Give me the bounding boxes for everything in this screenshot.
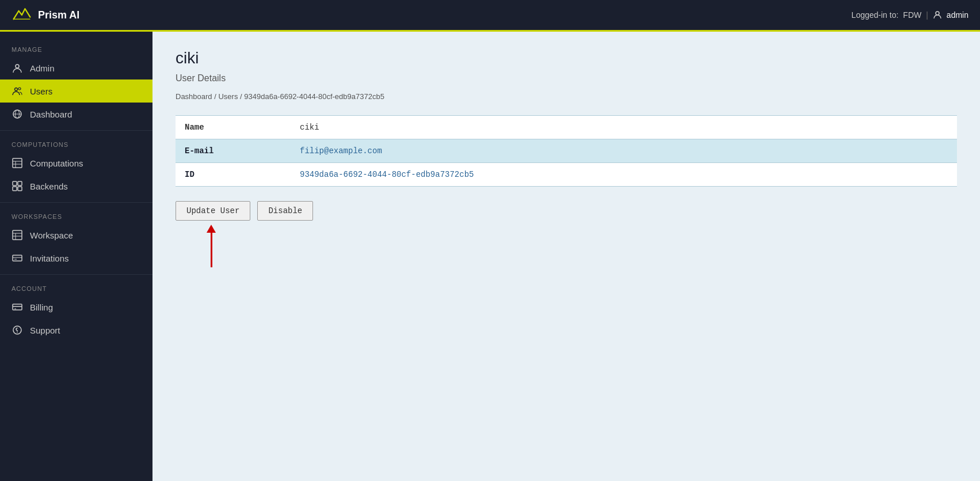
- table-icon: [12, 157, 23, 169]
- svg-rect-13: [18, 181, 22, 185]
- sidebar-section-workspaces: WORKSPACES: [0, 207, 152, 224]
- globe-icon: [12, 108, 23, 120]
- table-row-name: Name ciki: [176, 116, 957, 139]
- sidebar-item-users[interactable]: Users: [0, 79, 152, 103]
- main-content: ciki User Details Dashboard / Users / 93…: [152, 32, 980, 481]
- users-icon: [12, 85, 23, 97]
- sidebar: MANAGE Admin Users: [0, 32, 152, 481]
- billing-icon: [12, 301, 23, 313]
- divider-3: [0, 274, 152, 275]
- disable-button[interactable]: Disable: [257, 201, 313, 221]
- svg-point-2: [16, 65, 19, 68]
- svg-rect-15: [18, 187, 22, 191]
- sidebar-item-backends[interactable]: Backends: [0, 175, 152, 198]
- table-cell-name-value: ciki: [291, 116, 957, 139]
- sidebar-item-support[interactable]: Support: [0, 319, 152, 342]
- arrow-line: [211, 233, 212, 267]
- sidebar-item-invitations[interactable]: Invitations: [0, 247, 152, 270]
- svg-point-27: [17, 332, 18, 333]
- sidebar-item-dashboard[interactable]: Dashboard: [0, 103, 152, 126]
- breadcrumb-users[interactable]: Users: [218, 92, 238, 101]
- svg-point-3: [15, 88, 18, 91]
- sidebar-item-dashboard-label: Dashboard: [30, 109, 72, 119]
- action-buttons: Update User Disable: [176, 201, 957, 221]
- svg-rect-12: [13, 181, 17, 185]
- page-title: ciki: [176, 49, 957, 67]
- update-user-button[interactable]: Update User: [176, 201, 250, 221]
- table-row-email: E-mail filip@example.com: [176, 139, 957, 163]
- topbar-user-info: Logged-in to: FDW | admin: [852, 10, 968, 20]
- sidebar-section-computations: COMPUTATIONS: [0, 135, 152, 152]
- sidebar-item-computations[interactable]: Computations: [0, 152, 152, 175]
- brand-name: Prism AI: [38, 9, 79, 21]
- workspace-name: FDW: [903, 10, 921, 20]
- arrow-head: [207, 225, 216, 233]
- breadcrumb: Dashboard / Users / 9349da6a-6692-4044-8…: [176, 92, 957, 101]
- svg-point-4: [18, 88, 21, 90]
- brand-logo: Prism AI: [12, 5, 79, 25]
- breadcrumb-dashboard[interactable]: Dashboard: [176, 92, 212, 101]
- arrow-annotation: [207, 225, 216, 267]
- svg-point-26: [13, 326, 21, 334]
- page-subtitle: User Details: [176, 73, 957, 84]
- table-cell-id-value: 9349da6a-6692-4044-80cf-edb9a7372cb5: [291, 163, 957, 187]
- user-icon: [933, 10, 942, 20]
- sidebar-item-backends-label: Backends: [30, 181, 68, 191]
- workspace-icon: [12, 229, 23, 241]
- sidebar-item-workspace-label: Workspace: [30, 230, 73, 240]
- sidebar-item-invitations-label: Invitations: [30, 253, 69, 263]
- sidebar-section-manage: MANAGE: [0, 40, 152, 56]
- table-row-id: ID 9349da6a-6692-4044-80cf-edb9a7372cb5: [176, 163, 957, 187]
- sidebar-item-support-label: Support: [30, 325, 60, 335]
- svg-rect-14: [13, 187, 17, 191]
- topbar: Prism AI Logged-in to: FDW | admin: [0, 0, 980, 32]
- svg-rect-8: [13, 158, 22, 168]
- sidebar-item-billing-label: Billing: [30, 302, 53, 312]
- divider-2: [0, 202, 152, 203]
- main-layout: MANAGE Admin Users: [0, 32, 980, 481]
- sidebar-item-billing[interactable]: Billing: [0, 296, 152, 319]
- table-cell-id-label: ID: [176, 163, 291, 187]
- username: admin: [947, 10, 968, 20]
- breadcrumb-user-id: 9349da6a-6692-4044-80cf-edb9a7372cb5: [244, 92, 384, 101]
- logged-in-label: Logged-in to:: [852, 10, 899, 20]
- svg-rect-23: [13, 304, 22, 310]
- divider-1: [0, 130, 152, 131]
- sidebar-item-admin-label: Admin: [30, 63, 55, 73]
- svg-point-1: [936, 12, 939, 15]
- person-icon: [12, 62, 23, 74]
- sidebar-item-users-label: Users: [30, 86, 52, 96]
- user-details-table: Name ciki E-mail filip@example.com ID 93…: [176, 115, 957, 187]
- table-cell-name-label: Name: [176, 116, 291, 139]
- support-icon: [12, 324, 23, 336]
- svg-rect-16: [13, 230, 22, 240]
- table-cell-email-value: filip@example.com: [291, 139, 957, 163]
- sidebar-item-admin[interactable]: Admin: [0, 56, 152, 79]
- card-icon: [12, 252, 23, 264]
- sidebar-item-computations-label: Computations: [30, 158, 83, 168]
- separator: |: [926, 10, 928, 20]
- table-cell-email-label: E-mail: [176, 139, 291, 163]
- svg-rect-20: [13, 255, 22, 261]
- sidebar-item-workspace[interactable]: Workspace: [0, 224, 152, 247]
- grid-icon: [12, 180, 23, 192]
- sidebar-section-account: ACCOUNT: [0, 279, 152, 296]
